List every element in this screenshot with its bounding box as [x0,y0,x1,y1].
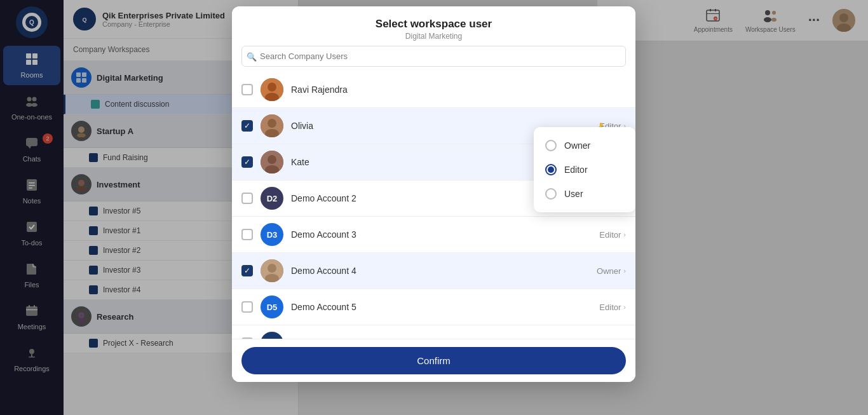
search-icon: 🔍 [247,51,257,61]
user-list: Ravi Rajendra Olivia Editor › Owner [232,72,635,339]
user-name-demo5: Demo Account 5 [291,302,592,312]
user-role-demo4[interactable]: Owner › [597,266,626,276]
user-checkbox-demo2[interactable] [241,193,253,204]
user-initials-demo5: D5 [261,296,283,318]
radio-user [545,188,557,200]
modal-header: Select workspace user Digital Marketing [232,6,635,46]
user-row-demo4[interactable]: Demo Account 4 Owner › [232,253,635,289]
confirm-button[interactable]: Confirm [241,347,626,374]
role-option-editor-label: Editor [564,165,588,175]
modal-title: Select workspace user [245,18,623,31]
search-wrapper: 🔍 [241,46,626,67]
role-option-owner[interactable]: Owner [534,133,635,158]
user-name-demo3: Demo Account 3 [291,229,592,240]
user-checkbox-demo4[interactable] [241,265,253,276]
user-row-demo5[interactable]: D5 Demo Account 5 Editor › [232,289,635,325]
user-avatar-olivia [261,114,283,137]
user-avatar-kate [261,151,283,173]
user-avatar-demo6: D6 [261,332,283,339]
user-checkbox-demo6[interactable] [241,337,253,339]
user-checkbox-demo5[interactable] [241,301,253,313]
user-avatar-demo2: D2 [261,187,283,210]
role-option-user-label: User [564,189,583,199]
user-name-ravi: Ravi Rajendra [291,85,618,95]
chevron-right-demo4: › [623,267,626,275]
svg-point-54 [268,119,276,128]
user-checkbox-demo3[interactable] [241,229,253,240]
radio-editor [545,164,557,175]
svg-point-57 [268,155,276,164]
user-row-ravi[interactable]: Ravi Rajendra [232,72,635,108]
search-input[interactable] [241,46,626,67]
user-avatar-ravi [261,78,283,101]
user-name-demo4: Demo Account 4 [291,266,589,276]
user-avatar-demo3: D3 [261,223,283,246]
role-option-owner-label: Owner [564,140,590,151]
modal-subtitle: Digital Marketing [245,32,623,41]
svg-point-60 [268,264,276,273]
role-option-editor[interactable]: Editor [534,158,635,182]
user-row-olivia[interactable]: Olivia Editor › Owner Editor User [232,108,635,144]
role-option-user[interactable]: User [534,182,635,206]
radio-owner [545,140,557,151]
user-row-demo6[interactable]: D6 [232,325,635,339]
user-checkbox-ravi[interactable] [241,84,253,95]
user-row-demo3[interactable]: D3 Demo Account 3 Editor › [232,217,635,253]
user-role-demo5[interactable]: Editor › [599,303,626,312]
chevron-right-demo3: › [623,231,626,238]
svg-point-51 [268,83,276,92]
user-role-demo3[interactable]: Editor › [599,230,626,240]
user-initials-demo3: D3 [261,223,283,246]
user-initials-demo2: D2 [261,187,283,210]
modal-footer: Confirm [232,339,635,382]
chevron-right-demo5: › [623,303,626,311]
user-checkbox-olivia[interactable] [241,120,253,132]
user-checkbox-kate[interactable] [241,156,253,168]
select-workspace-user-modal: Select workspace user Digital Marketing … [232,6,635,382]
role-dropdown: Owner Editor User [534,127,635,212]
user-avatar-demo5: D5 [261,296,283,318]
user-avatar-demo4 [261,259,283,282]
user-initials-demo6: D6 [261,332,283,339]
